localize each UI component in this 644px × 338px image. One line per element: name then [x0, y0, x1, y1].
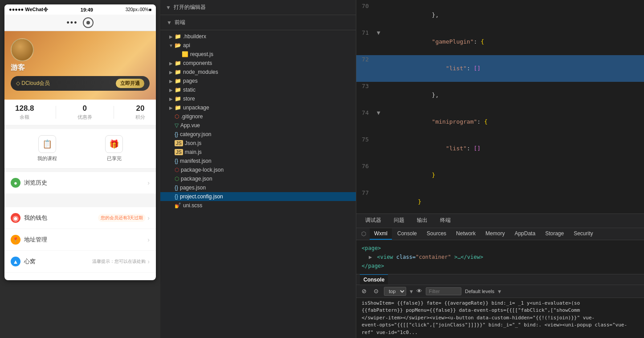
tab-memory[interactable]: Memory	[481, 228, 509, 240]
tab-storage[interactable]: Storage	[541, 228, 568, 240]
file-section-title: 前端	[175, 19, 185, 26]
menu-wallet[interactable]: ◉ 我的钱包 您的会员还有3天过期 ›	[4, 207, 156, 229]
tab-sources[interactable]: Sources	[422, 228, 451, 240]
console-eye-button[interactable]: 👁	[416, 288, 422, 294]
tab-network[interactable]: Network	[452, 228, 480, 240]
tree-item-hbuilderx[interactable]: ▶ 📁 .hbuilderx	[160, 32, 356, 41]
tab-terminal[interactable]: 终端	[435, 214, 456, 228]
vip-button[interactable]: 立即开通	[116, 79, 144, 88]
console-log-line-1: isShowItem= {{false}} fate= {{averageRat…	[362, 300, 639, 307]
js-icon-requestjs: 🟨	[182, 51, 188, 57]
icon-my-courses[interactable]: 📋 我的课程	[37, 135, 57, 162]
code-editor-area: 70 }, 71 ▼ "gamePlugin": { 72	[356, 0, 644, 213]
tree-label-static: static	[183, 87, 196, 93]
tab-problems[interactable]: 问题	[388, 214, 410, 228]
line-content-71: "gamePlugin": {	[383, 28, 644, 55]
icon-enjoyed[interactable]: 🎁 已享完	[105, 135, 123, 162]
file-tree[interactable]: ▶ 📁 .hbuilderx ▼ 📂 api 🟨 request.js ▶ 📁 …	[160, 30, 356, 338]
console-log-content: isShowItem= {{false}} fate= {{averageRat…	[356, 298, 644, 338]
line-content-75: "list": []	[383, 135, 644, 162]
tab-debugger[interactable]: 调试器	[360, 214, 387, 228]
tree-item-appvue[interactable]: ▽ App.vue	[160, 121, 356, 130]
tree-label-projectconfigjson: project.config.json	[180, 193, 223, 200]
console-levels-arrow[interactable]: ▾	[498, 288, 501, 295]
tree-item-requestjs[interactable]: 🟨 request.js	[160, 50, 356, 59]
explorer-header-title: 打开的编辑器	[174, 4, 206, 11]
tree-item-static[interactable]: ▶ 📁 static	[160, 85, 356, 94]
console-title-bar: Console	[356, 274, 644, 285]
console-filter-button[interactable]: ⊙	[372, 287, 380, 295]
tree-item-packagelockjson[interactable]: ⬡ package-lock.json	[160, 165, 356, 174]
devtools-top-tabs: 调试器 问题 输出 终端	[356, 214, 644, 228]
tab-security[interactable]: Security	[569, 228, 597, 240]
tree-item-packagejson[interactable]: ⬡ package.json	[160, 174, 356, 183]
tree-item-nodemodules[interactable]: ▶ 📁 node_modules	[160, 68, 356, 76]
line-arrow-72	[374, 55, 383, 82]
tree-item-api[interactable]: ▼ 📂 api	[160, 41, 356, 50]
console-top-select[interactable]: top	[384, 287, 406, 296]
tree-item-projectconfigjson[interactable]: {} project.config.json	[160, 192, 356, 201]
json-icon-pagesjson: {}	[175, 185, 178, 191]
my-courses-label: 我的课程	[37, 155, 57, 162]
line-num-72: 72	[356, 55, 374, 82]
tree-item-manifestjson[interactable]: {} manifest.json	[160, 157, 356, 165]
pkg2-icon-packagejson: ⬡	[175, 176, 179, 182]
vip-bar[interactable]: ◇ DCloud会员 立即开通	[11, 76, 150, 91]
tree-arrow-unpackage: ▶	[167, 105, 175, 110]
wxml-view-arrow[interactable]: ▶	[369, 254, 372, 260]
vue-icon-appvue: ▽	[175, 122, 179, 129]
console-dropdown-arrow[interactable]: ▾	[410, 288, 413, 295]
phone-frame: ●●●●● WeChat令 19:49 320px↓00%■ ••• 游客 ◇ …	[4, 4, 156, 280]
code-content[interactable]: 70 }, 71 ▼ "gamePlugin": { 72	[356, 0, 644, 213]
console-filter-input[interactable]	[426, 287, 461, 295]
phone-content[interactable]: 游客 ◇ DCloud会员 立即开通 128.8 余额 0 优惠券	[4, 31, 156, 273]
folder-icon-pages: 📁	[175, 78, 181, 84]
line-num-75: 75	[356, 135, 374, 162]
tree-item-categoryjson[interactable]: {} category.json	[160, 130, 356, 139]
folder-icon-components: 📁	[175, 60, 181, 66]
tree-item-gitignore[interactable]: ⬡ .gitignore	[160, 112, 356, 121]
code-line-76: 76 }	[356, 162, 644, 189]
address-icon: 📍	[11, 235, 20, 245]
tab-wxml[interactable]: Wxml	[370, 228, 392, 240]
folder-icon-api: 📂	[175, 42, 181, 48]
console-block-button[interactable]: ⊘	[360, 287, 368, 295]
tree-item-components[interactable]: ▶ 📁 components	[160, 59, 356, 68]
folder-icon-store: 📁	[175, 96, 181, 102]
tree-item-mainjs[interactable]: JS main.js	[160, 148, 356, 157]
tree-item-pagesjson[interactable]: {} pages.json	[160, 183, 356, 192]
menu-nest[interactable]: ▲ 心窝 温馨提示：您可以在该处购 ›	[4, 251, 156, 273]
code-line-71: 71 ▼ "gamePlugin": {	[356, 28, 644, 55]
tree-label-gitignore: .gitignore	[181, 113, 203, 120]
tab-output[interactable]: 输出	[412, 214, 433, 228]
tree-item-unpackage[interactable]: ▶ 📁 unpackage	[160, 103, 356, 112]
inspector-back-button[interactable]: ⬡	[358, 230, 369, 237]
tab-console[interactable]: Console	[393, 228, 421, 240]
tab-appdata[interactable]: AppData	[510, 228, 540, 240]
enjoyed-label: 已享完	[107, 155, 122, 162]
wxml-tree: <page> ▶ <view class="container" >…</vie…	[356, 240, 644, 274]
tree-item-jsonjs[interactable]: JS Json.js	[160, 139, 356, 148]
tree-item-store[interactable]: ▶ 📁 store	[160, 94, 356, 103]
tree-label-mainjs: main.js	[185, 149, 202, 155]
code-line-77: 77 }	[356, 189, 644, 213]
wxml-view-tag-close: >…</view>	[454, 254, 483, 260]
menu-spacer	[4, 194, 156, 207]
tree-item-uniscss[interactable]: 💅 uni.scss	[160, 201, 356, 210]
tree-item-pages[interactable]: ▶ 📁 pages	[160, 76, 356, 85]
line-content-70: },	[383, 2, 644, 28]
console-toolbar: ⊘ ⊙ top ▾ 👁 Default levels ▾	[356, 285, 644, 298]
nest-notice: 温馨提示：您可以在该处购 ›	[92, 258, 150, 265]
nest-text: 心窝	[24, 258, 89, 266]
line-arrow-76	[374, 162, 383, 189]
console-log-line-2: {{fabPattern}} popMenu={{false}} data-ev…	[362, 307, 639, 314]
user-name: 游客	[11, 63, 150, 72]
js-icon-mainjs: JS	[175, 149, 183, 155]
stat-divider-2	[114, 106, 114, 119]
phone-dots-button[interactable]: •••	[67, 18, 78, 28]
menu-address[interactable]: 📍 地址管理 ›	[4, 229, 156, 251]
menu-browse-history[interactable]: ● 浏览历史 ›	[4, 172, 156, 194]
file-section-header: ▼ 前端	[160, 15, 356, 30]
line-arrow-73	[374, 82, 383, 109]
line-content-74: "miniprogram": {	[383, 109, 644, 135]
